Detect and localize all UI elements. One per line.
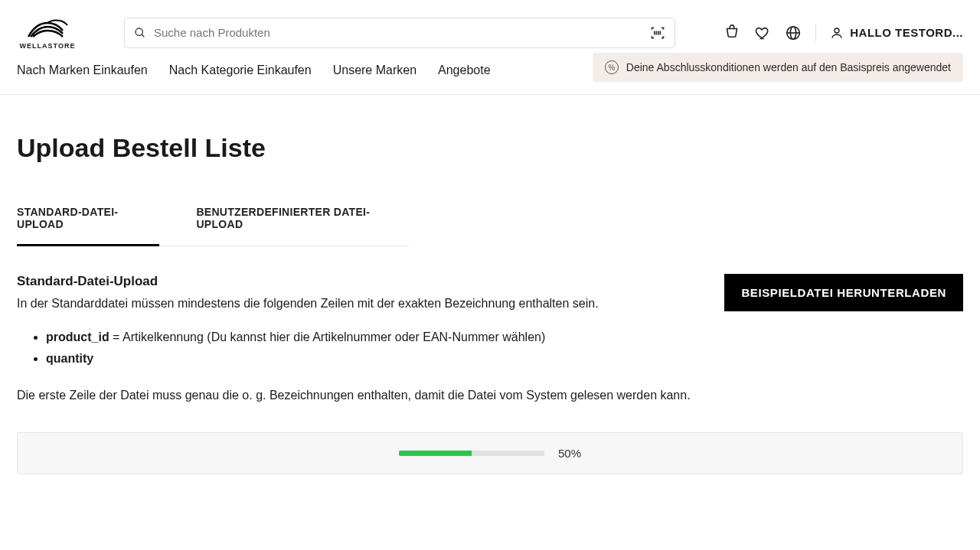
- header: WELLASTORE HALLO TESTORD...: [0, 0, 980, 59]
- field-requirements: product_id = Artikelkennung (Du kannst h…: [46, 330, 691, 366]
- user-greeting-text: HALLO TESTORD...: [850, 26, 963, 39]
- content-text: Standard-Datei-Upload In der Standarddat…: [17, 274, 691, 405]
- user-icon: [830, 26, 844, 40]
- heart-icon[interactable]: [754, 24, 771, 41]
- svg-line-1: [142, 34, 144, 37]
- logo-text: WELLASTORE: [20, 42, 76, 50]
- content-row: Standard-Datei-Upload In der Standarddat…: [17, 274, 963, 405]
- list-item: product_id = Artikelkennung (Du kannst h…: [46, 330, 691, 344]
- search-input[interactable]: [146, 20, 650, 45]
- nav-our-brands[interactable]: Unsere Marken: [333, 59, 416, 82]
- section-heading: Standard-Datei-Upload: [17, 274, 691, 289]
- tab-standard-upload[interactable]: STANDARD-DATEI-UPLOAD: [17, 201, 159, 246]
- user-menu[interactable]: HALLO TESTORD...: [830, 26, 963, 40]
- percent-icon: %: [605, 60, 619, 74]
- search-box[interactable]: [124, 18, 675, 48]
- barcode-scan-icon[interactable]: [650, 25, 665, 41]
- logo[interactable]: WELLASTORE: [17, 15, 78, 50]
- progress-fill: [399, 451, 472, 456]
- nav-offers[interactable]: Angebote: [438, 59, 491, 82]
- banner-text: Deine Abschlusskonditionen werden auf de…: [626, 61, 951, 73]
- upload-tabs: STANDARD-DATEI-UPLOAD BENUTZERDEFINIERTE…: [17, 201, 409, 246]
- nav-categories[interactable]: Nach Kategorie Einkaufen: [169, 59, 312, 82]
- progress-label: 50%: [558, 447, 581, 460]
- cart-icon[interactable]: [724, 24, 740, 41]
- nav-brands[interactable]: Nach Marken Einkaufen: [17, 59, 148, 82]
- section-footer: Die erste Zeile der Datei muss genau die…: [17, 386, 691, 405]
- svg-point-0: [136, 28, 142, 35]
- page-title: Upload Bestell Liste: [17, 133, 963, 163]
- header-actions: HALLO TESTORD...: [724, 24, 963, 41]
- tab-custom-upload[interactable]: BENUTZERDEFINIERTER DATEI-UPLOAD: [196, 201, 409, 246]
- pricing-banner: % Deine Abschlusskonditionen werden auf …: [593, 53, 963, 82]
- section-intro: In der Standarddatei müssen mindestens d…: [17, 294, 691, 314]
- svg-point-9: [835, 28, 839, 33]
- download-sample-button[interactable]: BEISPIELDATEI HERUNTERLADEN: [724, 274, 963, 311]
- primary-nav: Nach Marken Einkaufen Nach Kategorie Ein…: [0, 59, 980, 95]
- divider: [815, 24, 816, 41]
- globe-icon[interactable]: [785, 24, 802, 41]
- wella-logo-icon: [24, 15, 70, 40]
- progress-bar: [399, 451, 544, 456]
- list-item: quantity: [46, 352, 691, 366]
- main-content: Upload Bestell Liste STANDARD-DATEI-UPLO…: [0, 95, 980, 505]
- search-icon: [134, 27, 146, 39]
- upload-progress: 50%: [17, 432, 963, 474]
